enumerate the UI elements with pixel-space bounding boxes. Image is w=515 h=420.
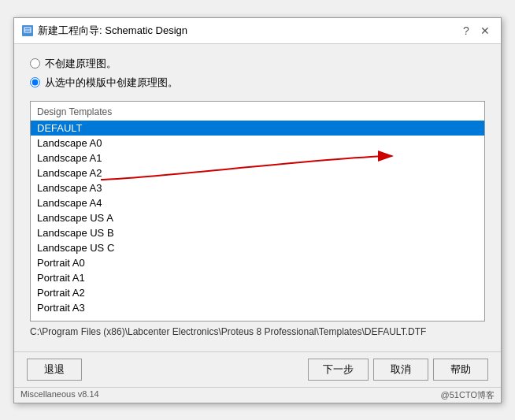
radio-no-schematic[interactable]: [30, 58, 40, 69]
status-bar: Miscellaneous v8.14 @51CTO博客: [14, 387, 501, 403]
template-item[interactable]: Portrait A1: [31, 270, 484, 285]
template-item[interactable]: Landscape A0: [31, 136, 484, 151]
help-button[interactable]: 帮助: [433, 359, 488, 381]
close-title-button[interactable]: ✕: [477, 23, 493, 39]
title-bar-left: 新建工程向导: Schematic Design: [22, 24, 187, 38]
radio-group: 不创建原理图。 从选中的模版中创建原理图。: [30, 57, 485, 90]
template-item[interactable]: Landscape US B: [31, 225, 484, 240]
template-item[interactable]: Landscape A1: [31, 151, 484, 165]
app-icon: [22, 25, 33, 36]
template-item[interactable]: Landscape A3: [31, 180, 484, 195]
templates-header: Design Templates: [31, 105, 484, 121]
dialog-body: 不创建原理图。 从选中的模版中创建原理图。 Design Templates D…: [14, 44, 501, 351]
title-bar: 新建工程向导: Schematic Design ? ✕: [14, 18, 501, 44]
radio-label-from-template: 从选中的模版中创建原理图。: [45, 76, 178, 90]
footer-right: 下一步 取消 帮助: [308, 359, 488, 381]
template-item[interactable]: Portrait A2: [31, 285, 484, 300]
dialog-title: 新建工程向导: Schematic Design: [38, 24, 187, 38]
template-item[interactable]: DEFAULT: [31, 121, 484, 136]
cancel-button[interactable]: 取消: [373, 359, 428, 381]
template-item[interactable]: Portrait A3: [31, 300, 484, 315]
status-right: @51CTO博客: [441, 389, 495, 401]
main-dialog: 新建工程向导: Schematic Design ? ✕ 不创建原理图。 从选中…: [13, 17, 502, 403]
radio-item-no-schematic[interactable]: 不创建原理图。: [30, 57, 485, 71]
template-item[interactable]: Landscape A2: [31, 165, 484, 180]
radio-label-no-schematic: 不创建原理图。: [45, 57, 117, 71]
dialog-footer: 退退 下一步 取消 帮助: [14, 351, 501, 387]
footer-left: 退退: [27, 359, 82, 381]
template-item[interactable]: Portrait A4: [31, 315, 484, 318]
status-left: Miscellaneous v8.14: [20, 389, 99, 401]
templates-group: Design Templates DEFAULTLandscape A0Land…: [30, 101, 485, 322]
back-button[interactable]: 退退: [27, 359, 82, 381]
template-item[interactable]: Landscape A4: [31, 195, 484, 210]
template-item[interactable]: Landscape US A: [31, 210, 484, 225]
templates-list[interactable]: DEFAULTLandscape A0Landscape A1Landscape…: [31, 121, 484, 318]
help-title-button[interactable]: ?: [458, 23, 474, 39]
radio-from-template[interactable]: [30, 77, 40, 87]
template-item[interactable]: Landscape US C: [31, 240, 484, 255]
template-item[interactable]: Portrait A0: [31, 255, 484, 270]
file-path: C:\Program Files (x86)\Labcenter Electro…: [30, 322, 485, 344]
title-bar-controls: ? ✕: [458, 23, 493, 39]
next-button[interactable]: 下一步: [308, 359, 369, 381]
radio-item-from-template[interactable]: 从选中的模版中创建原理图。: [30, 76, 485, 90]
